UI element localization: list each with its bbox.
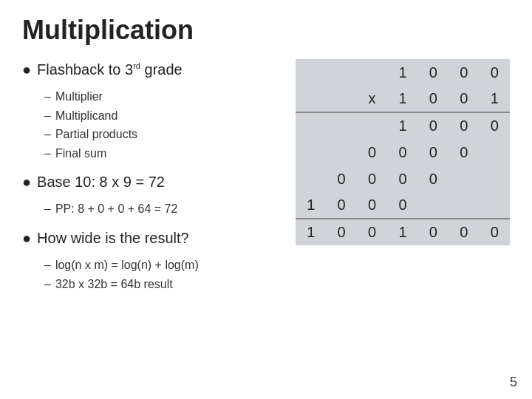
grid-cell-0-0 — [296, 59, 326, 86]
grid-cell-3-0 — [296, 139, 326, 166]
page-number: 5 — [510, 375, 517, 390]
grid-cell-4-5 — [449, 166, 479, 192]
bullet-base10: ● Base 10: 8 x 9 = 72 — [22, 171, 288, 192]
grid-cell-4-4: 0 — [418, 166, 449, 192]
grid-row-4: 0000 — [296, 166, 510, 192]
sub-items-flashback: – Multiplier – Multiplicand – Partial pr… — [44, 87, 288, 163]
grid-cell-1-6: 1 — [480, 86, 510, 112]
grid-cell-4-1: 0 — [326, 166, 356, 192]
bullet-text-1: Flashback to 3rd grade — [37, 59, 183, 80]
grid-cell-1-1 — [326, 86, 356, 112]
grid-cell-4-2: 0 — [357, 166, 387, 192]
grid-cell-4-6 — [480, 166, 510, 192]
grid-cell-2-0 — [296, 112, 326, 139]
sub-items-base10: – PP: 8 + 0 + 0 + 64 = 72 — [44, 200, 288, 219]
grid-cell-0-3: 1 — [387, 59, 417, 86]
sub-item-multiplicand: – Multiplicand — [44, 106, 288, 126]
grid-cell-3-5: 0 — [449, 139, 479, 166]
grid-cell-3-6 — [480, 139, 510, 166]
sub-item-pp: – PP: 8 + 0 + 0 + 64 = 72 — [44, 200, 288, 219]
grid-cell-3-2: 0 — [357, 139, 387, 166]
grid-cell-2-2 — [357, 112, 387, 139]
grid-cell-2-6: 0 — [480, 112, 510, 139]
grid-cell-0-4: 0 — [418, 59, 449, 86]
sub-item-final-sum: – Final sum — [44, 144, 288, 163]
grid-cell-5-0: 1 — [296, 192, 326, 219]
grid-cell-5-3: 0 — [387, 192, 417, 219]
grid-row-3: 0000 — [296, 139, 510, 166]
grid-row-5: 1000 — [296, 192, 510, 219]
grid-cell-5-6 — [480, 192, 510, 219]
bullet-dot-1: ● — [22, 59, 31, 80]
grid-cell-0-5: 0 — [449, 59, 479, 86]
grid-cell-4-0 — [296, 166, 326, 192]
grid-cell-6-2: 0 — [357, 219, 387, 245]
page: Multiplication ● Flashback to 3rd grade … — [0, 0, 532, 399]
grid-cell-1-0 — [296, 86, 326, 112]
bullet-text-2: Base 10: 8 x 9 = 72 — [37, 171, 165, 192]
grid-cell-2-3: 1 — [387, 112, 417, 139]
grid-cell-2-5: 0 — [449, 112, 479, 139]
grid-cell-1-3: 1 — [387, 86, 417, 112]
sub-item-32b: – 32b x 32b = 64b result — [44, 275, 288, 294]
sub-items-howwide: – log(n x m) = log(n) + log(m) – 32b x 3… — [44, 256, 288, 293]
grid-cell-5-2: 0 — [357, 192, 387, 219]
grid-cell-6-6: 0 — [480, 219, 510, 245]
grid-cell-0-1 — [326, 59, 356, 86]
grid-cell-5-4 — [418, 192, 449, 219]
bullet-dot-3: ● — [22, 228, 31, 248]
content-area: ● Flashback to 3rd grade – Multiplier – … — [22, 59, 510, 298]
sub-item-multiplier: – Multiplier — [44, 87, 288, 106]
grid-cell-6-1: 0 — [326, 219, 356, 245]
grid-row-0: 1000 — [296, 59, 510, 86]
grid-cell-5-5 — [449, 192, 479, 219]
left-column: ● Flashback to 3rd grade – Multiplier – … — [22, 59, 288, 298]
multiplication-grid: 1000x100110000000000010001001000 — [296, 59, 510, 245]
grid-cell-6-5: 0 — [449, 219, 479, 245]
sub-item-partial-products: – Partial products — [44, 125, 288, 144]
grid-cell-0-2 — [357, 59, 387, 86]
grid-cell-3-1 — [326, 139, 356, 166]
sub-item-log: – log(n x m) = log(n) + log(m) — [44, 256, 288, 275]
grid-cell-1-2: x — [357, 86, 387, 112]
grid-cell-6-4: 0 — [418, 219, 449, 245]
grid-cell-3-3: 0 — [387, 139, 417, 166]
grid-row-2: 1000 — [296, 112, 510, 139]
grid-cell-6-0: 1 — [296, 219, 326, 245]
grid-cell-2-4: 0 — [418, 112, 449, 139]
right-column: 1000x100110000000000010001001000 — [296, 59, 510, 245]
grid-row-6: 1001000 — [296, 219, 510, 245]
grid-cell-4-3: 0 — [387, 166, 417, 192]
grid-cell-1-5: 0 — [449, 86, 479, 112]
grid-cell-0-6: 0 — [480, 59, 510, 86]
grid-cell-6-3: 1 — [387, 219, 417, 245]
page-title: Multiplication — [22, 15, 510, 46]
bullet-text-3: How wide is the result? — [37, 228, 189, 248]
grid-cell-3-4: 0 — [418, 139, 449, 166]
grid-cell-1-4: 0 — [418, 86, 449, 112]
bullet-dot-2: ● — [22, 171, 31, 192]
bullet-howwide: ● How wide is the result? — [22, 228, 288, 248]
bullet-flashback: ● Flashback to 3rd grade — [22, 59, 288, 80]
grid-cell-5-1: 0 — [326, 192, 356, 219]
grid-cell-2-1 — [326, 112, 356, 139]
grid-row-1: x1001 — [296, 86, 510, 112]
